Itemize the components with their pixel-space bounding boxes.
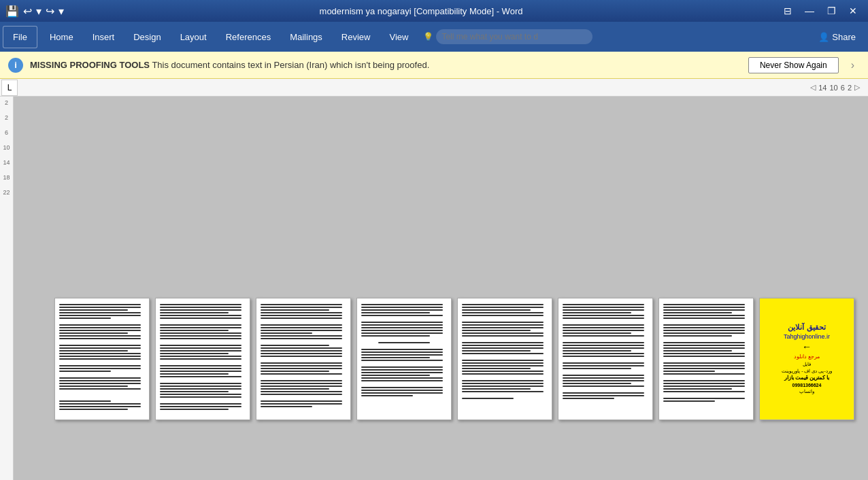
- ad-logo: Tahghighonline.ir: [784, 333, 830, 340]
- never-show-again-button[interactable]: Never Show Again: [748, 57, 839, 73]
- ruler-v-14: 14: [3, 159, 10, 166]
- ruler-num-14: 14: [818, 84, 827, 92]
- window-controls: ⊟ — ❐ ✕: [778, 1, 863, 20]
- upper-empty-area: [14, 97, 868, 292]
- bottom-empty-area: [14, 426, 868, 480]
- page-thumbnail-8-ad[interactable]: تحقیق آنلاین Tahghighonline.ir ← مرجع دا…: [759, 298, 854, 420]
- page-thumbnail-2[interactable]: [155, 298, 250, 420]
- menu-mailings[interactable]: Mailings: [280, 27, 332, 48]
- ruler-v-6: 6: [5, 129, 8, 136]
- redo-button[interactable]: ↪: [46, 5, 54, 18]
- share-button[interactable]: 👤 Share: [809, 28, 865, 46]
- ruler-num-6: 6: [841, 84, 845, 92]
- menu-insert[interactable]: Insert: [83, 27, 124, 48]
- ruler-right-arrow[interactable]: ▷: [854, 83, 860, 92]
- minimize-button[interactable]: —: [800, 1, 819, 20]
- ruler-v-22: 22: [3, 189, 10, 196]
- notification-title: MISSING PROOFING TOOLS: [30, 60, 150, 70]
- close-button[interactable]: ✕: [844, 1, 863, 20]
- menu-review[interactable]: Review: [332, 27, 380, 48]
- window-title: modernism ya nogarayi [Compatibility Mod…: [320, 6, 523, 16]
- menu-bar: File Home Insert Design Layout Reference…: [0, 22, 868, 52]
- document-area: تحقیق آنلاین Tahghighonline.ir ← مرجع دا…: [14, 97, 868, 480]
- menu-file[interactable]: File: [3, 26, 37, 48]
- notification-text: MISSING PROOFING TOOLS This document con…: [30, 60, 741, 70]
- save-icon[interactable]: 💾: [5, 5, 19, 18]
- notification-close-button[interactable]: ›: [846, 56, 860, 74]
- page-thumbnail-4[interactable]: [356, 298, 452, 420]
- lightbulb-icon: 💡: [423, 32, 433, 41]
- ad-tag5: واتساپ: [799, 388, 814, 395]
- pages-row: تحقیق آنلاین Tahghighonline.ir ← مرجع دا…: [14, 292, 868, 426]
- menu-layout[interactable]: Layout: [171, 27, 216, 48]
- ruler-num-10: 10: [830, 84, 838, 92]
- ruler-v-2b: 2: [5, 114, 8, 121]
- ad-tag1: مرجع دانلود: [794, 354, 820, 360]
- undo-dropdown[interactable]: ▾: [36, 5, 41, 18]
- customize-qat[interactable]: ▾: [59, 5, 64, 18]
- page-thumbnail-7[interactable]: [658, 298, 754, 420]
- page-thumbnail-3[interactable]: [256, 298, 351, 420]
- notification-bar: i MISSING PROOFING TOOLS This document c…: [0, 52, 868, 79]
- page-thumbnail-5[interactable]: [457, 298, 552, 420]
- tab-selector[interactable]: L: [1, 80, 18, 96]
- ruler-left-arrow[interactable]: ◁: [810, 83, 816, 92]
- ruler-numbers: ◁ 14 10 6 2 ▷: [810, 83, 860, 92]
- ribbon-display-button[interactable]: ⊟: [778, 1, 797, 20]
- tell-me-container: 💡: [423, 29, 592, 44]
- title-bar: 💾 ↩ ▾ ↪ ▾ modernism ya nogarayi [Compati…: [0, 0, 868, 22]
- ad-tag2: فایل: [803, 361, 811, 368]
- tell-me-input[interactable]: [436, 29, 592, 44]
- notification-icon: i: [8, 58, 23, 73]
- ruler-v-18: 18: [3, 174, 10, 181]
- share-label: Share: [832, 32, 856, 42]
- menu-view[interactable]: View: [380, 27, 418, 48]
- main-area: 2 2 6 10 14 18 22: [0, 97, 868, 480]
- ruler-v-2a: 2: [5, 99, 8, 106]
- ruler-area: L ◁ 14 10 6 2 ▷: [0, 79, 868, 97]
- undo-button[interactable]: ↩: [23, 5, 32, 18]
- ruler-v-10: 10: [3, 144, 10, 151]
- ruler-num-2: 2: [848, 84, 852, 92]
- ad-tag3: ورد-پی دی اف - پاورپوینت: [782, 368, 831, 375]
- ad-phone: 09981366624: [792, 382, 822, 389]
- ad-title: تحقیق آنلاین: [788, 323, 825, 332]
- left-ruler: 2 2 6 10 14 18 22: [0, 97, 14, 480]
- ad-content: تحقیق آنلاین Tahghighonline.ir ← مرجع دا…: [760, 298, 854, 419]
- page-thumbnail-6[interactable]: [558, 298, 653, 420]
- menu-design[interactable]: Design: [124, 27, 170, 48]
- title-bar-left: 💾 ↩ ▾ ↪ ▾: [5, 5, 64, 18]
- menu-references[interactable]: References: [216, 27, 280, 48]
- menu-home[interactable]: Home: [40, 27, 83, 48]
- restore-button[interactable]: ❐: [822, 1, 841, 20]
- page-thumbnail-1[interactable]: [54, 298, 150, 420]
- share-icon: 👤: [818, 32, 829, 42]
- ad-tag4: با کمترین قیمت بازار: [784, 374, 830, 381]
